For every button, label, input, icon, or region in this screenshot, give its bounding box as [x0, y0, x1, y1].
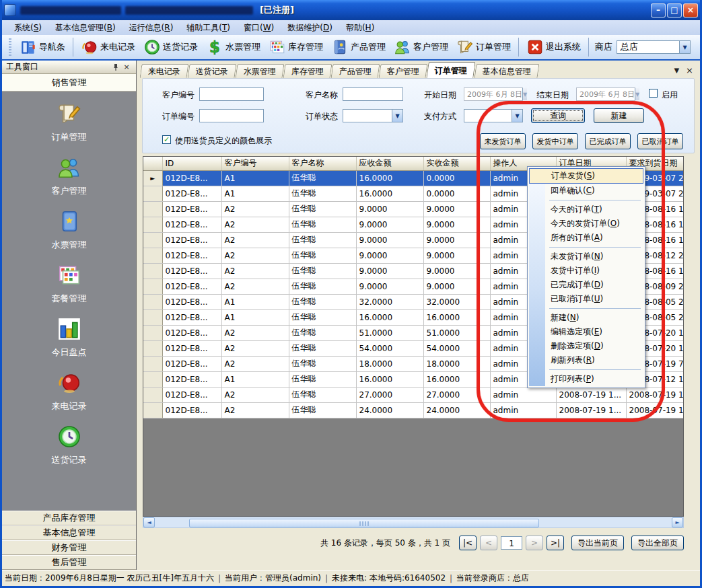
row-selector[interactable] — [143, 294, 162, 309]
tab-close-icon[interactable]: × — [686, 65, 693, 75]
minimize-button[interactable]: – — [651, 3, 666, 17]
context-menu-item-9[interactable]: 发货中订单(I) — [529, 264, 643, 278]
status-filter-button-4[interactable]: 已取消订单 — [637, 133, 683, 149]
tab-3[interactable]: 水票管理 — [236, 64, 285, 78]
new-button[interactable]: 新建 — [594, 108, 644, 123]
sidebar-group-2[interactable]: 基本信息管理 — [2, 525, 136, 540]
menubar-item-6[interactable]: 数据维护(D) — [281, 21, 339, 35]
enable-checkbox[interactable] — [649, 89, 658, 98]
row-selector[interactable] — [143, 325, 162, 340]
row-selector[interactable] — [143, 248, 162, 263]
tab-7[interactable]: 订单管理 — [426, 62, 475, 78]
tab-5[interactable]: 产品管理 — [331, 64, 380, 78]
toolbar-button-6[interactable]: 产品管理 — [327, 37, 390, 57]
chevron-down-icon[interactable]: ▼ — [522, 88, 527, 100]
customer-no-input[interactable] — [199, 87, 264, 101]
tool-window-close-icon[interactable]: × — [121, 62, 132, 72]
grid-header-3[interactable]: 客户名称 — [289, 157, 356, 170]
payment-combo[interactable]: ▼ — [464, 109, 523, 122]
context-menu-item-6[interactable]: 所有的订单(A) — [529, 231, 643, 245]
menubar-item-4[interactable]: 辅助工具(T) — [180, 21, 237, 35]
grid-header-1[interactable]: ID — [162, 157, 221, 170]
grid-header-4[interactable]: 应收金额 — [356, 157, 423, 170]
color-checkbox[interactable]: ✓ — [162, 135, 171, 144]
toolbar-button-3[interactable]: 送货记录 — [139, 37, 202, 57]
row-selector[interactable]: ► — [143, 170, 162, 186]
status-filter-button-1[interactable]: 未发货订单 — [480, 133, 526, 149]
menubar-item-1[interactable]: 系统(S) — [7, 21, 48, 35]
row-selector[interactable] — [143, 356, 162, 371]
sidebar-group-1[interactable]: 产品库存管理 — [2, 511, 136, 525]
tab-6[interactable]: 客户管理 — [379, 64, 428, 78]
chevron-down-icon[interactable]: ▼ — [512, 110, 522, 122]
status-filter-button-2[interactable]: 发货中订单 — [532, 133, 578, 149]
toolbar-button-7[interactable]: 客户管理 — [390, 37, 452, 57]
sidebar-group-4[interactable]: 售后管理 — [2, 555, 136, 570]
table-row[interactable]: 012D-E8...A2伍华聪24.000024.0000admin2008-0… — [143, 402, 683, 418]
sidebar-item-4[interactable]: 套餐管理 — [52, 262, 87, 305]
menubar-item-5[interactable]: 窗口(W) — [237, 21, 281, 35]
row-selector[interactable] — [143, 279, 162, 294]
sidebar-item-6[interactable]: 来电记录 — [52, 370, 87, 412]
scroll-left-icon[interactable]: ◄ — [143, 517, 155, 527]
tab-list-dropdown-icon[interactable]: ▼ — [674, 67, 679, 74]
maximize-button[interactable]: □ — [667, 3, 682, 17]
context-menu-item-8[interactable]: 未发货订单(N) — [529, 250, 643, 264]
context-menu-item-16[interactable]: 刷新列表(R) — [529, 353, 643, 367]
export-current-page-button[interactable]: 导出当前页 — [571, 536, 624, 550]
grid-header-5[interactable]: 实收金额 — [423, 157, 490, 170]
tab-8[interactable]: 基本信息管理 — [475, 64, 540, 78]
row-selector[interactable] — [143, 402, 162, 418]
scroll-right-icon[interactable]: ► — [672, 517, 683, 527]
start-date-picker[interactable]: 2009年 6月 8日 ▼ — [464, 87, 523, 101]
horizontal-scrollbar[interactable]: ◄ ► — [143, 517, 684, 528]
context-menu-item-13[interactable]: 新建(N) — [529, 311, 643, 325]
page-number-input[interactable]: 1 — [501, 536, 522, 550]
sidebar-group-3[interactable]: 财务管理 — [2, 540, 136, 555]
table-row[interactable]: 012D-E8...A2伍华聪27.000027.0000admin2008-0… — [143, 387, 683, 402]
toolbar-button-2[interactable]: 来电记录 — [77, 37, 139, 57]
tab-2[interactable]: 送货记录 — [188, 64, 237, 78]
chevron-down-icon[interactable]: ▼ — [635, 88, 639, 100]
toolbar-button-4[interactable]: $水票管理 — [202, 37, 265, 57]
context-menu-item-4[interactable]: 今天的订单(T) — [529, 203, 643, 217]
toolbar-button-8[interactable]: 订单管理 — [452, 37, 515, 57]
context-menu-item-11[interactable]: 已取消订单(U) — [529, 292, 643, 306]
context-menu-item-5[interactable]: 今天的发货订单(O) — [529, 217, 643, 231]
row-selector[interactable] — [143, 340, 162, 356]
context-menu-item-10[interactable]: 已完成订单(D) — [529, 278, 643, 292]
end-date-picker[interactable]: 2009年 6月 8日 ▼ — [576, 87, 635, 101]
menubar-item-3[interactable]: 运行信息(R) — [122, 21, 180, 35]
sidebar-item-5[interactable]: 今日盘点 — [52, 316, 87, 359]
context-menu-item-14[interactable]: 编辑选定项(E) — [529, 325, 643, 339]
row-selector[interactable] — [143, 217, 162, 232]
row-selector[interactable] — [143, 371, 162, 387]
context-menu-item-1[interactable]: 订单发货(S) — [529, 168, 643, 184]
export-all-pages-button[interactable]: 导出全部页 — [631, 536, 684, 550]
sidebar-item-3[interactable]: 水票管理 — [52, 209, 87, 251]
row-selector[interactable] — [143, 309, 162, 325]
shop-combo[interactable]: 总店 ▼ — [617, 40, 691, 54]
context-menu-item-2[interactable]: 回单确认(C) — [529, 184, 643, 198]
close-button[interactable]: × — [683, 3, 698, 17]
toolbar-button-9[interactable]: 退出系统 — [522, 37, 585, 57]
first-page-button[interactable]: |< — [459, 536, 477, 550]
pin-icon[interactable] — [110, 62, 121, 72]
context-menu-item-18[interactable]: 打印列表(P) — [529, 372, 643, 386]
row-selector[interactable] — [143, 232, 162, 248]
query-button[interactable]: 查询 — [531, 108, 585, 123]
order-status-combo[interactable]: ▼ — [343, 109, 403, 122]
order-no-input[interactable] — [199, 109, 264, 122]
scrollbar-thumb[interactable] — [189, 519, 539, 527]
tab-1[interactable]: 来电记录 — [140, 64, 189, 78]
chevron-down-icon[interactable]: ▼ — [392, 110, 402, 122]
customer-name-input[interactable] — [343, 87, 403, 101]
row-selector[interactable] — [143, 201, 162, 217]
sidebar-item-7[interactable]: 送货记录 — [52, 424, 87, 466]
prev-page-button[interactable]: < — [480, 536, 497, 550]
menubar-item-2[interactable]: 基本信息管理(B) — [48, 21, 122, 35]
grid-header-2[interactable]: 客户编号 — [221, 157, 289, 170]
toolbar-button-5[interactable]: 库存管理 — [265, 37, 327, 57]
sidebar-item-1[interactable]: 订单管理 — [52, 101, 87, 143]
row-selector[interactable] — [143, 186, 162, 201]
